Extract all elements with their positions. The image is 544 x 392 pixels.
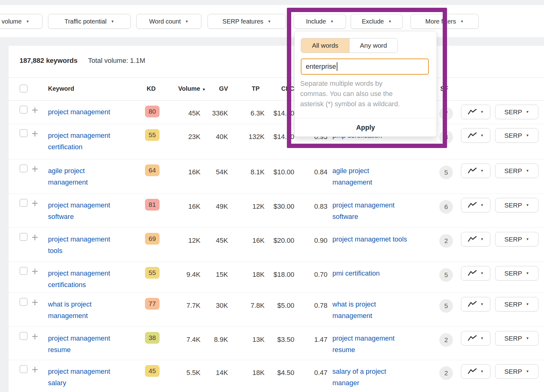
keyword-link[interactable]: project management salary: [48, 366, 127, 389]
add-to-list-plus-icon[interactable]: +: [32, 127, 38, 140]
tab-any-word[interactable]: Any word: [349, 38, 397, 53]
kd-badge: 45: [145, 365, 160, 377]
add-to-list-plus-icon[interactable]: +: [32, 104, 38, 117]
row-checkbox[interactable]: [20, 199, 28, 207]
trend-chart-button[interactable]: ▼: [461, 297, 490, 311]
gv-value: 15K: [202, 269, 228, 280]
parent-topic-link[interactable]: project managemet tools: [332, 233, 415, 245]
include-words-input-value: enterprise: [306, 63, 336, 71]
serp-button[interactable]: SERP ▼: [495, 331, 538, 346]
parent-topic-link[interactable]: salary of a project manager: [332, 366, 415, 389]
serp-button[interactable]: SERP ▼: [495, 128, 538, 143]
table-row: + project management tools 69 12K 45K 16…: [9, 228, 544, 262]
table-row: + agile project management 64 16K 54K 8.…: [9, 159, 544, 194]
keyword-link[interactable]: project management tools: [48, 233, 127, 256]
keyword-link[interactable]: project management software: [48, 199, 127, 222]
serp-button[interactable]: SERP ▼: [495, 297, 538, 311]
serp-button[interactable]: SERP ▼: [495, 364, 538, 379]
kd-badge: 69: [145, 233, 160, 245]
trend-chart-button[interactable]: ▼: [461, 163, 490, 178]
gv-value: 54K: [202, 167, 228, 177]
row-checkbox[interactable]: [20, 164, 28, 172]
filter-button-volume[interactable]: volume ▼: [0, 14, 42, 29]
filter-button-label: More filters: [425, 18, 456, 25]
gv-value: 30K: [202, 300, 228, 311]
column-header-gv[interactable]: GV: [206, 85, 228, 92]
serp-button[interactable]: SERP ▼: [495, 163, 538, 178]
filter-button-word-count[interactable]: Word count ▼: [136, 14, 201, 29]
include-words-input[interactable]: enterprise: [301, 59, 429, 75]
parent-topic-link[interactable]: what is project management: [332, 298, 415, 321]
cpc-value: $14.00: [259, 132, 294, 142]
parent-topic-link[interactable]: agile project management: [332, 165, 415, 188]
add-to-list-plus-icon[interactable]: +: [32, 265, 38, 278]
filter-button-more-filters[interactable]: More filters ▼: [410, 14, 479, 29]
chevron-down-icon: ▼: [526, 272, 529, 275]
include-helper-text: Separate multiple words by commas. You c…: [300, 78, 430, 109]
apply-button[interactable]: Apply: [295, 118, 437, 137]
row-checkbox[interactable]: [20, 332, 28, 340]
keyword-link[interactable]: project management resume: [48, 333, 127, 355]
serp-button[interactable]: SERP ▼: [495, 105, 538, 119]
sf-count-badge: 8: [439, 130, 453, 144]
volume-value: 12K: [163, 235, 200, 246]
gv-value: 14K: [202, 368, 228, 378]
filter-button-exclude[interactable]: Exclude ▼: [351, 14, 403, 29]
keyword-link[interactable]: agile project management: [48, 165, 127, 188]
filter-button-label: volume: [2, 18, 21, 25]
keyword-link[interactable]: project management: [48, 106, 127, 118]
volume-value: 23K: [163, 132, 200, 142]
serp-button[interactable]: SERP ▼: [495, 232, 538, 246]
chevron-down-icon: ▼: [111, 20, 114, 23]
filter-button-traffic-potential[interactable]: Traffic potential ▼: [48, 14, 131, 29]
serp-button[interactable]: SERP ▼: [495, 266, 538, 281]
parent-topic-link[interactable]: pmi certification: [332, 268, 415, 279]
column-header-sf[interactable]: SF: [437, 85, 451, 92]
add-to-list-plus-icon[interactable]: +: [32, 363, 38, 376]
row-checkbox[interactable]: [20, 233, 28, 241]
trend-chart-button[interactable]: ▼: [461, 266, 490, 281]
keyword-link[interactable]: project management certification: [48, 130, 127, 153]
keywords-count: 187,882 keywords: [20, 57, 77, 65]
column-header-kd[interactable]: KD: [143, 85, 159, 92]
trend-chart-button[interactable]: ▼: [461, 331, 490, 346]
row-checkbox[interactable]: [20, 298, 28, 306]
row-checkbox[interactable]: [20, 365, 28, 373]
row-checkbox[interactable]: [20, 106, 28, 114]
trend-chart-button[interactable]: ▼: [461, 364, 490, 379]
serp-button[interactable]: SERP ▼: [495, 198, 538, 212]
match-mode-tabs: All words Any word: [301, 38, 398, 53]
column-header-volume[interactable]: Volume▼: [161, 85, 206, 92]
kd-badge: 77: [145, 298, 160, 310]
filter-button-serp-features[interactable]: SERP features ▼: [208, 14, 286, 29]
column-header-tp[interactable]: TP: [238, 85, 260, 92]
row-checkbox[interactable]: [20, 129, 28, 137]
filter-button-include[interactable]: Include ▼: [294, 14, 346, 29]
add-to-list-plus-icon[interactable]: +: [32, 197, 38, 210]
serp-button-label: SERP: [504, 108, 522, 116]
column-header-cpc[interactable]: CPC: [270, 85, 294, 92]
serp-button-label: SERP: [504, 132, 522, 139]
add-to-list-plus-icon[interactable]: +: [32, 330, 38, 343]
select-all-checkbox[interactable]: [20, 85, 28, 93]
parent-topic-link[interactable]: project management resume: [332, 333, 415, 355]
cps-value: 0.84: [298, 167, 327, 177]
trend-line-icon: [468, 368, 477, 375]
cps-value: 0.90: [298, 235, 327, 246]
keyword-link[interactable]: project management certifications: [48, 268, 127, 290]
trend-chart-button[interactable]: ▼: [461, 232, 490, 246]
row-checkbox[interactable]: [20, 267, 28, 275]
trend-chart-button[interactable]: ▼: [461, 105, 490, 119]
keyword-link[interactable]: what is project management: [48, 298, 127, 321]
parent-topic-link[interactable]: project management software: [332, 199, 415, 222]
add-to-list-plus-icon[interactable]: +: [32, 231, 38, 244]
trend-chart-button[interactable]: ▼: [461, 198, 490, 212]
add-to-list-plus-icon[interactable]: +: [32, 296, 38, 309]
trend-chart-button[interactable]: ▼: [461, 128, 490, 143]
gv-value: 40K: [202, 132, 228, 142]
add-to-list-plus-icon[interactable]: +: [32, 163, 38, 176]
column-header-keyword[interactable]: Keyword: [48, 85, 74, 92]
tab-all-words[interactable]: All words: [301, 38, 349, 53]
chevron-down-icon: ▼: [526, 134, 529, 137]
sort-desc-icon: ▼: [202, 87, 206, 92]
